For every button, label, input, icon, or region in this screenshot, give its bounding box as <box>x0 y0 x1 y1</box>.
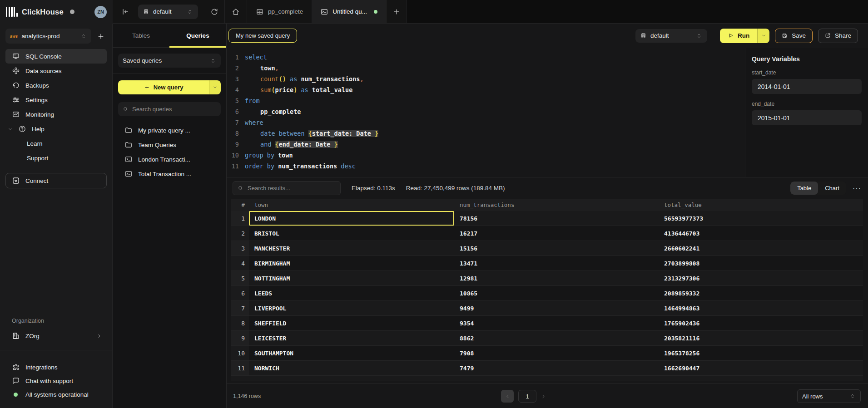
table-cell[interactable]: SOUTHAMPTON <box>249 346 454 360</box>
sidebar-item-backups[interactable]: Backups <box>5 78 107 93</box>
sidebar-item-data-sources[interactable]: Data sources <box>5 64 107 78</box>
table-cell[interactable]: 4136446703 <box>659 226 863 241</box>
sidebar-item-sql-console[interactable]: SQL Console <box>5 49 107 64</box>
refresh-button[interactable] <box>204 0 224 23</box>
tab-tables[interactable]: Tables <box>113 24 169 47</box>
table-cell[interactable]: LIVERPOOL <box>249 301 454 315</box>
table-cell[interactable]: 12981 <box>454 271 659 285</box>
top-bar: ClickHouse ZN default pp_complete Untitl… <box>0 0 868 24</box>
table-cell[interactable]: MANCHESTER <box>249 241 454 256</box>
code-token: () <box>279 75 286 83</box>
query-list-item-total-transaction[interactable]: Total Transaction ... <box>113 167 226 181</box>
table-cell[interactable]: 10865 <box>454 286 659 300</box>
data-sources-icon <box>12 67 20 75</box>
table-cell[interactable]: BIRMINGHAM <box>249 256 454 270</box>
table-cell[interactable]: 7479 <box>454 361 659 375</box>
saved-queries-select[interactable]: Saved queries <box>118 54 221 68</box>
table-cell[interactable]: 8862 <box>454 331 659 345</box>
table-cell[interactable]: 2313297306 <box>659 271 863 285</box>
chevron-down-icon <box>761 33 766 38</box>
table-cell[interactable]: 2035821116 <box>659 331 863 345</box>
row-number: 11 <box>231 361 249 375</box>
code-token: num_transactions <box>301 75 360 83</box>
query-list-item-london-transacti[interactable]: London Transacti... <box>113 152 226 167</box>
topbar-database-select[interactable]: default <box>138 5 198 19</box>
sidebar-item-support[interactable]: Support <box>5 151 107 165</box>
table-cell[interactable]: LEEDS <box>249 286 454 300</box>
run-options-button[interactable] <box>757 29 769 43</box>
search-results-input[interactable] <box>248 185 336 192</box>
tab-queries[interactable]: Queries <box>169 24 226 47</box>
home-button[interactable] <box>224 0 247 23</box>
table-cell[interactable]: 78156 <box>454 211 659 226</box>
sidebar-footer-chat-with-support[interactable]: Chat with support <box>0 374 112 388</box>
end-date-input[interactable] <box>752 110 862 125</box>
tab-untitled-query[interactable]: Untitled qu... <box>312 0 387 23</box>
sidebar-item-monitoring[interactable]: Monitoring <box>5 107 107 122</box>
query-toolbar: My new saved query default Run Save <box>227 24 868 48</box>
new-query-menu-button[interactable] <box>209 80 221 94</box>
page-size-select[interactable]: All rows <box>797 389 861 403</box>
table-cell[interactable]: 9499 <box>454 301 659 315</box>
table-cell[interactable]: 2703899808 <box>659 256 863 270</box>
view-table-button[interactable]: Table <box>790 182 818 195</box>
sql-editor[interactable]: 1select2town,3count() as num_transaction… <box>227 48 745 177</box>
connect-button[interactable]: Connect <box>5 173 107 188</box>
organization-select[interactable]: ZOrg <box>5 328 107 344</box>
table-cell[interactable]: 13471 <box>454 256 659 270</box>
table-cell[interactable]: NORWICH <box>249 361 454 375</box>
new-tab-button[interactable] <box>387 0 407 23</box>
table-cell[interactable]: LONDON <box>249 211 454 226</box>
table-cell[interactable]: 2089859332 <box>659 286 863 300</box>
table-cell[interactable]: 16217 <box>454 226 659 241</box>
table-cell[interactable]: 1464994863 <box>659 301 863 315</box>
next-page-button[interactable] <box>541 394 546 399</box>
table-cell[interactable]: BRISTOL <box>249 226 454 241</box>
code-token: select <box>245 54 267 61</box>
prev-page-button[interactable] <box>501 390 514 403</box>
sidebar-item-learn[interactable]: Learn <box>5 136 107 151</box>
save-button[interactable]: Save <box>775 29 813 43</box>
sidebar-footer-integrations[interactable]: Integrations <box>0 360 112 374</box>
code-token: date between <box>260 130 308 137</box>
row-number: 3 <box>231 241 249 256</box>
integrations-icon <box>12 363 20 371</box>
search-queries-input[interactable] <box>132 106 216 113</box>
run-button[interactable]: Run <box>720 29 769 43</box>
sidebar-item-settings[interactable]: Settings <box>5 93 107 107</box>
table-cell[interactable]: 56593977373 <box>659 211 863 226</box>
sidebar-footer-all-systems-operational[interactable]: All systems operational <box>0 388 112 401</box>
avatar[interactable]: ZN <box>94 6 107 18</box>
sidebar-item-label: Monitoring <box>25 111 54 118</box>
start-date-input[interactable] <box>752 79 862 94</box>
table-cell[interactable]: 15156 <box>454 241 659 256</box>
add-service-button[interactable] <box>94 29 108 43</box>
table-cell[interactable]: 9354 <box>454 316 659 330</box>
table-cell[interactable]: LEICESTER <box>249 331 454 345</box>
table-cell[interactable]: 1662690447 <box>659 361 863 375</box>
collapse-sidebar-button[interactable] <box>113 0 138 23</box>
run-database-select[interactable]: default <box>635 29 707 43</box>
service-select[interactable]: aws analytics-prod <box>5 29 91 44</box>
more-options-button[interactable]: ··· <box>853 184 861 192</box>
current-page[interactable]: 1 <box>518 390 536 403</box>
row-number: 2 <box>231 226 249 241</box>
table-cell[interactable]: 1765902436 <box>659 316 863 330</box>
view-chart-button[interactable]: Chart <box>818 182 846 195</box>
table-cell[interactable]: 7908 <box>454 346 659 360</box>
share-button[interactable]: Share <box>818 29 858 43</box>
sidebar-item-help[interactable]: Help <box>5 122 107 136</box>
table-cell[interactable]: SHEFFIELD <box>249 316 454 330</box>
saved-query-chip[interactable]: My new saved query <box>228 29 297 43</box>
new-query-button[interactable]: New query <box>118 80 221 94</box>
table-cell[interactable]: NOTTINGHAM <box>249 271 454 285</box>
query-list-item-my-private-query[interactable]: My private query ... <box>113 123 226 138</box>
code-line-1: 1select <box>231 52 745 63</box>
sidebar-footer-label: Chat with support <box>25 378 73 384</box>
table-cell[interactable]: 2660602241 <box>659 241 863 256</box>
code-content: town, <box>245 63 279 74</box>
tab-pp-complete[interactable]: pp_complete <box>247 0 312 23</box>
code-token: Date <box>352 130 375 137</box>
table-cell[interactable]: 1965378256 <box>659 346 863 360</box>
query-list-item-team-queries[interactable]: Team Queries <box>113 138 226 152</box>
